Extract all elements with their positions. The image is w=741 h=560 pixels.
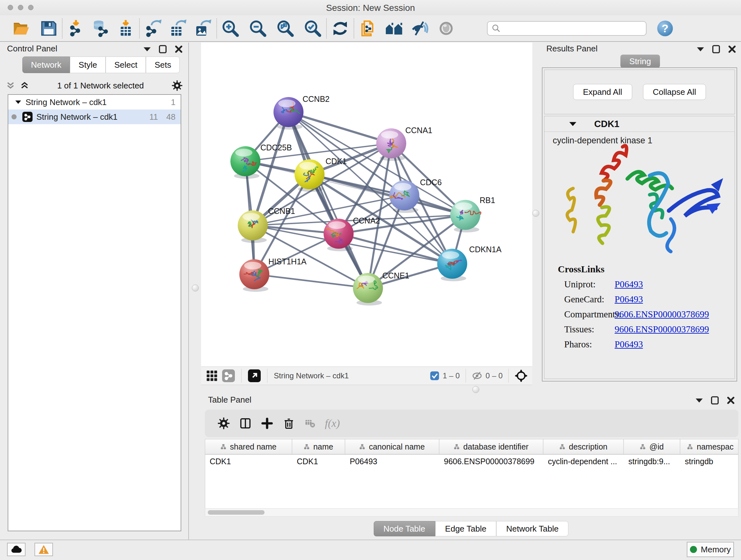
help-icon: ? [656,19,674,37]
collapse-all-networks-icon[interactable] [20,81,29,90]
table-column-header[interactable]: database identifier [440,439,543,454]
zoom-selected-button[interactable] [302,18,323,39]
add-column-icon[interactable] [261,417,273,429]
panel-close-icon[interactable] [175,45,183,53]
cloud-status-button[interactable] [7,543,25,556]
import-network-from-database-button[interactable] [91,18,111,39]
tab-string[interactable]: String [620,55,660,68]
export-network-button[interactable] [143,18,163,39]
panel-close-icon[interactable] [727,396,735,404]
memory-button[interactable]: Memory [687,542,734,557]
network-options-gear-icon[interactable] [172,80,183,91]
open-session-button[interactable] [11,18,31,39]
network-node-CCNE1[interactable]: CCNE1 [353,271,409,306]
network-graph[interactable]: CCNB2CCNA1CDC25BCDK1CDC6RB1CCNB1CCNA2CDK… [201,43,532,367]
table-column-header[interactable]: namespac [680,439,738,454]
import-network-button[interactable] [66,18,86,39]
crosslink-label: Pharos: [564,339,615,350]
crosslink-link[interactable]: P06493 [615,279,643,290]
zoom-out-button[interactable] [248,18,268,39]
zoom-fit-button[interactable] [275,18,295,39]
table-column-header[interactable]: description [543,439,624,454]
open-in-window-icon[interactable] [248,369,261,382]
help-button[interactable]: ? [655,18,675,39]
crosslink-link[interactable]: P06493 [615,294,643,305]
right-splitter-handle[interactable] [532,210,539,217]
memory-status-dot [690,546,697,553]
show-columns-icon[interactable] [239,417,252,429]
memory-label: Memory [701,545,731,555]
tree-expand-icon[interactable] [15,100,21,104]
save-session-button[interactable] [38,18,59,39]
panel-close-icon[interactable] [728,45,736,53]
network-view-title: String Network – cdk1 [274,371,349,380]
zoom-fit-icon [276,19,294,37]
table-column-header[interactable]: shared name [205,439,292,454]
network-node-CDKN1A[interactable]: CDKN1A [437,245,502,281]
network-row[interactable]: String Network – cdk1 11 48 [8,110,181,124]
tab-network-table[interactable]: Network Table [496,521,568,537]
crosslinks-block: CrossLinks Uniprot:P06493GeneCard:P06493… [544,264,735,350]
table-row[interactable]: CDK1CDK1P064939606.ENSP00000378699cyclin… [205,455,738,468]
left-splitter-handle[interactable] [192,285,199,292]
right-splitter[interactable] [532,43,539,394]
crosslink-link[interactable]: 9606.ENSP00000378699 [615,309,709,320]
protein-structure-image [554,137,726,262]
string-results-container: Expand All Collapse All CDK1 cyclin-depe… [542,67,737,381]
panel-collapse-icon[interactable] [697,47,704,51]
tab-select[interactable]: Select [106,57,146,73]
network-canvas[interactable]: CCNB2CCNA1CDC25BCDK1CDC6RB1CCNB1CCNA2CDK… [201,43,532,367]
table-column-header[interactable]: @id [624,439,680,454]
crosshair-icon[interactable] [515,369,528,382]
tab-node-table[interactable]: Node Table [374,521,435,537]
hide-graphics-button[interactable] [410,18,430,39]
panel-float-icon[interactable] [712,45,720,53]
delete-column-icon[interactable] [283,417,295,429]
refresh-icon [331,19,349,37]
network-node-RB1[interactable]: RB1 [450,196,495,233]
panel-collapse-icon[interactable] [144,47,151,51]
apply-layout-button[interactable] [330,18,350,39]
network-node-label: CCNB2 [302,95,330,104]
panel-collapse-icon[interactable] [696,398,703,402]
show-graphics-button[interactable] [436,18,456,39]
string-home-button[interactable] [384,18,404,39]
expand-all-button[interactable]: Expand All [573,84,632,100]
table-column-header[interactable]: name [292,439,345,454]
network-node-HIST1H1A[interactable]: HIST1H1A [239,257,307,292]
zoom-in-button[interactable] [220,18,241,39]
tab-style[interactable]: Style [70,57,106,73]
search-input[interactable] [487,21,647,36]
network-node-label: CCNA2 [353,216,380,225]
network-collection-row[interactable]: String Network – cdk1 1 [8,95,181,110]
network-edge [288,112,391,143]
hidden-eye-slash-icon[interactable] [472,370,482,381]
scrollbar-thumb[interactable] [208,510,265,515]
panel-float-icon[interactable] [711,396,719,405]
crosslink-link[interactable]: P06493 [615,339,643,350]
crosslink-label: Compartments: [564,309,615,320]
panel-float-icon[interactable] [159,45,166,53]
table-horizontal-scrollbar[interactable] [205,508,738,516]
export-table-button[interactable] [168,18,188,39]
birds-eye-view-icon[interactable] [205,369,218,382]
selected-checkbox-icon[interactable] [430,371,440,381]
control-panel-title: Control Panel [7,44,57,54]
tab-edge-table[interactable]: Edge Table [435,521,496,537]
table-options-gear-icon[interactable] [218,417,230,429]
expand-all-networks-icon[interactable] [6,81,15,90]
export-image-button[interactable] [193,18,213,39]
left-splitter[interactable] [188,43,202,540]
tab-network[interactable]: Network [22,57,70,73]
horizontal-splitter-handle[interactable] [472,386,479,393]
section-collapse-icon[interactable] [569,122,576,126]
collapse-all-button[interactable]: Collapse All [643,84,706,100]
tab-sets[interactable]: Sets [146,57,180,73]
import-table-button[interactable] [116,18,136,39]
copy-network-button[interactable] [357,18,378,39]
search-icon [491,23,501,33]
network-node-CCNA2[interactable]: CCNA2 [324,216,380,251]
crosslink-link[interactable]: 9606.ENSP00000378699 [615,324,709,334]
table-column-header[interactable]: canonical name [345,439,440,454]
warning-status-button[interactable] [35,543,53,556]
